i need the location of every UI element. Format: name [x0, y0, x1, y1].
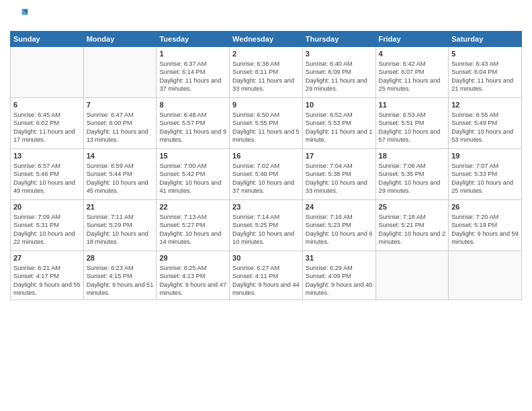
day-number: 17 [306, 151, 373, 161]
day-info: Daylight: 11 hours and 25 minutes. [379, 77, 446, 93]
day-info: Sunrise: 6:27 AM [232, 264, 300, 272]
day-info: Sunset: 5:38 PM [306, 170, 373, 178]
day-info: Sunrise: 7:13 AM [159, 213, 226, 221]
day-number: 15 [159, 151, 226, 161]
day-info: Sunset: 5:40 PM [232, 170, 300, 178]
day-info: Daylight: 10 hours and 45 minutes. [87, 179, 154, 195]
weekday-header-tuesday: Tuesday [157, 32, 230, 47]
day-info: Daylight: 10 hours and 18 minutes. [87, 230, 154, 246]
day-info: Sunset: 4:13 PM [159, 272, 226, 280]
calendar-cell: 31Sunrise: 6:29 AMSunset: 4:09 PMDayligh… [302, 251, 375, 300]
day-info: Sunset: 5:35 PM [379, 170, 446, 178]
calendar-cell: 28Sunrise: 6:23 AMSunset: 4:15 PMDayligh… [83, 251, 157, 300]
day-info: Daylight: 10 hours and 29 minutes. [379, 179, 446, 195]
day-info: Sunset: 4:17 PM [13, 272, 81, 280]
calendar-week-row: 27Sunrise: 6:21 AMSunset: 4:17 PMDayligh… [11, 251, 522, 300]
day-info: Daylight: 9 hours and 51 minutes. [87, 281, 154, 298]
calendar-cell: 27Sunrise: 6:21 AMSunset: 4:17 PMDayligh… [11, 251, 84, 300]
day-info: Daylight: 10 hours and 10 minutes. [232, 230, 300, 246]
header [10, 7, 522, 26]
day-number: 23 [232, 202, 300, 212]
day-info: Daylight: 11 hours and 21 minutes. [451, 77, 519, 93]
day-info: Sunrise: 6:50 AM [232, 111, 300, 119]
day-info: Sunrise: 7:18 AM [379, 213, 446, 221]
day-info: Sunrise: 7:11 AM [87, 213, 154, 221]
day-number: 12 [451, 100, 519, 110]
day-info: Sunrise: 7:04 AM [306, 162, 373, 170]
day-number: 29 [159, 253, 226, 263]
calendar-cell: 30Sunrise: 6:27 AMSunset: 4:11 PMDayligh… [230, 251, 303, 300]
calendar-table: SundayMondayTuesdayWednesdayThursdayFrid… [10, 31, 522, 300]
calendar-cell: 12Sunrise: 6:55 AMSunset: 5:49 PMDayligh… [449, 98, 522, 149]
day-info: Sunset: 5:57 PM [159, 119, 226, 127]
calendar-cell [375, 251, 449, 300]
day-info: Sunset: 5:42 PM [159, 170, 226, 178]
day-number: 16 [232, 151, 300, 161]
day-info: Sunrise: 7:00 AM [159, 162, 226, 170]
day-info: Daylight: 10 hours and 49 minutes. [13, 179, 81, 195]
day-info: Sunrise: 6:37 AM [159, 60, 226, 68]
calendar-cell: 24Sunrise: 7:16 AMSunset: 5:23 PMDayligh… [302, 200, 375, 251]
day-number: 19 [451, 151, 519, 161]
day-info: Sunrise: 6:48 AM [159, 111, 226, 119]
day-number: 9 [232, 100, 300, 110]
day-info: Sunrise: 6:23 AM [87, 264, 154, 272]
calendar-cell: 14Sunrise: 6:59 AMSunset: 5:44 PMDayligh… [83, 149, 157, 200]
day-info: Sunset: 5:19 PM [451, 221, 519, 229]
calendar-cell: 22Sunrise: 7:13 AMSunset: 5:27 PMDayligh… [157, 200, 230, 251]
day-info: Sunset: 5:53 PM [306, 119, 373, 127]
day-info: Sunset: 5:27 PM [159, 221, 226, 229]
day-number: 5 [451, 49, 519, 59]
day-number: 10 [306, 100, 373, 110]
day-info: Daylight: 9 hours and 40 minutes. [306, 281, 373, 298]
day-number: 3 [306, 49, 373, 59]
day-info: Sunrise: 7:06 AM [379, 162, 446, 170]
calendar-cell [83, 47, 157, 98]
day-info: Sunrise: 6:53 AM [379, 111, 446, 119]
calendar-cell: 9Sunrise: 6:50 AMSunset: 5:55 PMDaylight… [230, 98, 303, 149]
day-number: 11 [379, 100, 446, 110]
calendar-cell: 4Sunrise: 6:42 AMSunset: 6:07 PMDaylight… [375, 47, 449, 98]
weekday-header-sunday: Sunday [11, 32, 84, 47]
day-number: 13 [13, 151, 81, 161]
day-number: 21 [87, 202, 154, 212]
day-number: 6 [13, 100, 81, 110]
calendar-cell: 18Sunrise: 7:06 AMSunset: 5:35 PMDayligh… [375, 149, 449, 200]
calendar-cell: 6Sunrise: 6:45 AMSunset: 6:02 PMDaylight… [11, 98, 84, 149]
day-info: Sunset: 5:44 PM [87, 170, 154, 178]
day-info: Daylight: 10 hours and 2 minutes. [379, 230, 446, 246]
day-info: Daylight: 9 hours and 59 minutes. [451, 230, 519, 246]
calendar-header-row: SundayMondayTuesdayWednesdayThursdayFrid… [11, 32, 522, 47]
day-info: Daylight: 11 hours and 37 minutes. [159, 77, 226, 93]
calendar-cell: 13Sunrise: 6:57 AMSunset: 5:46 PMDayligh… [11, 149, 84, 200]
day-info: Sunset: 5:31 PM [13, 221, 81, 229]
day-info: Daylight: 10 hours and 33 minutes. [306, 179, 373, 195]
day-info: Sunrise: 6:57 AM [13, 162, 81, 170]
day-number: 26 [451, 202, 519, 212]
day-info: Sunset: 6:04 PM [451, 68, 519, 76]
day-number: 30 [232, 253, 300, 263]
day-info: Sunset: 5:55 PM [232, 119, 300, 127]
day-info: Sunset: 6:00 PM [87, 119, 154, 127]
day-info: Sunrise: 6:59 AM [87, 162, 154, 170]
day-info: Daylight: 10 hours and 25 minutes. [451, 179, 519, 195]
day-number: 22 [159, 202, 226, 212]
day-info: Daylight: 11 hours and 33 minutes. [232, 77, 300, 93]
day-info: Sunrise: 6:29 AM [306, 264, 373, 272]
day-info: Sunrise: 6:47 AM [87, 111, 154, 119]
day-info: Sunset: 6:14 PM [159, 68, 226, 76]
calendar-cell: 5Sunrise: 6:43 AMSunset: 6:04 PMDaylight… [449, 47, 522, 98]
day-number: 14 [87, 151, 154, 161]
weekday-header-monday: Monday [83, 32, 157, 47]
day-info: Sunset: 5:25 PM [232, 221, 300, 229]
day-info: Sunrise: 7:20 AM [451, 213, 519, 221]
calendar-cell: 20Sunrise: 7:09 AMSunset: 5:31 PMDayligh… [11, 200, 84, 251]
day-info: Sunrise: 6:42 AM [379, 60, 446, 68]
day-info: Sunset: 5:33 PM [451, 170, 519, 178]
day-number: 27 [13, 253, 81, 263]
day-number: 31 [306, 253, 373, 263]
calendar-cell [11, 47, 84, 98]
page: SundayMondayTuesdayWednesdayThursdayFrid… [0, 0, 532, 411]
day-info: Daylight: 11 hours and 17 minutes. [13, 128, 81, 144]
calendar-cell: 3Sunrise: 6:40 AMSunset: 6:09 PMDaylight… [302, 47, 375, 98]
